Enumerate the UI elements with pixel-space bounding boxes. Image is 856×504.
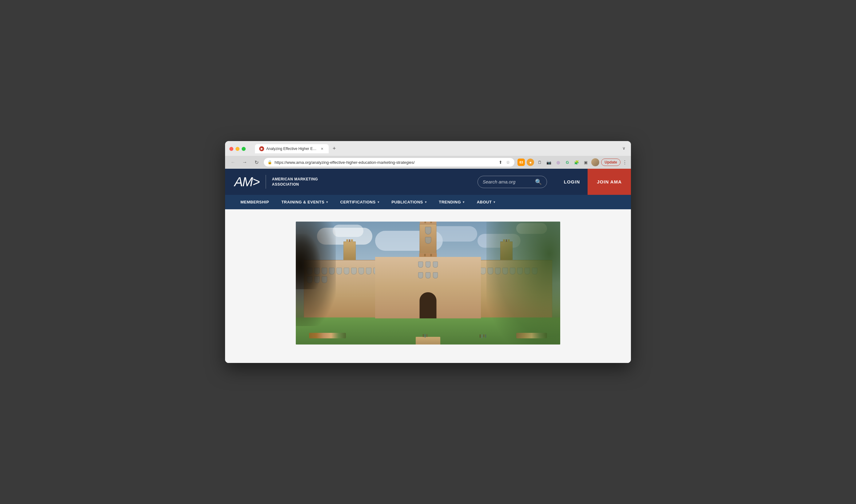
- arch-entrance: [420, 292, 436, 318]
- ama-logo-link[interactable]: AM> AMERICAN MARKETING ASSOCIATION: [234, 175, 318, 189]
- extension-6[interactable]: G: [564, 159, 571, 166]
- extension-3[interactable]: 🗒: [536, 159, 543, 166]
- logo-section: AM> AMERICAN MARKETING ASSOCIATION: [225, 169, 478, 195]
- browser-menu-button[interactable]: ⋮: [622, 160, 627, 165]
- traffic-lights: [229, 147, 246, 151]
- nav-item-membership[interactable]: MEMBERSHIP: [234, 195, 275, 209]
- hero-image: [296, 221, 560, 344]
- logo-divider: [266, 175, 266, 189]
- main-content: [225, 209, 631, 363]
- close-window-button[interactable]: [229, 147, 233, 151]
- nav-item-certifications[interactable]: CERTIFICATIONS ▾: [334, 195, 386, 209]
- title-bar: ▶ Analyzing Effective Higher Edu... ✕ + …: [225, 141, 631, 156]
- join-ama-button[interactable]: JOIN AMA: [588, 169, 631, 195]
- active-tab[interactable]: ▶ Analyzing Effective Higher Edu... ✕: [255, 144, 329, 154]
- search-icon[interactable]: 🔍: [535, 179, 542, 185]
- url-field[interactable]: 🔒 https://www.ama.org/analyzing-effectiv…: [264, 158, 514, 166]
- browser-window: ▶ Analyzing Effective Higher Edu... ✕ + …: [225, 141, 631, 363]
- address-icons: ⬆ ☆: [498, 160, 511, 165]
- tab-expander-button[interactable]: ∨: [621, 144, 627, 152]
- new-tab-button[interactable]: +: [330, 144, 339, 153]
- extension-1[interactable]: 83: [517, 159, 525, 166]
- share-icon[interactable]: ⬆: [498, 160, 503, 165]
- cloud-2: [333, 224, 363, 237]
- back-button[interactable]: ←: [229, 158, 237, 166]
- maximize-window-button[interactable]: [242, 147, 246, 151]
- chevron-down-icon: ▾: [494, 200, 495, 204]
- center-section: [375, 257, 481, 318]
- minimize-window-button[interactable]: [235, 147, 239, 151]
- chevron-down-icon: ▾: [425, 200, 427, 204]
- extension-2[interactable]: ●: [527, 159, 534, 166]
- chevron-down-icon: ▾: [326, 200, 328, 204]
- left-side-tower: [343, 241, 356, 260]
- nav-item-trending[interactable]: TRENDING ▾: [433, 195, 470, 209]
- lock-icon: 🔒: [268, 160, 272, 164]
- website-content: AM> AMERICAN MARKETING ASSOCIATION 🔍 LOG…: [225, 169, 631, 363]
- nav-item-publications[interactable]: PUBLICATIONS ▾: [385, 195, 433, 209]
- search-input[interactable]: [483, 179, 532, 184]
- tab-favicon: ▶: [259, 146, 264, 151]
- ama-header: AM> AMERICAN MARKETING ASSOCIATION 🔍 LOG…: [225, 169, 631, 195]
- nav-item-about[interactable]: ABOUT ▾: [471, 195, 501, 209]
- nav-item-training-events[interactable]: TRAINING & EVENTS ▾: [275, 195, 334, 209]
- extension-7[interactable]: 🧩: [573, 159, 580, 166]
- tabs-row: ▶ Analyzing Effective Higher Edu... ✕ +: [255, 144, 339, 154]
- profile-button[interactable]: [591, 158, 599, 166]
- tab-title: Analyzing Effective Higher Edu...: [266, 147, 318, 151]
- update-button[interactable]: Update: [601, 159, 621, 166]
- reload-button[interactable]: ↻: [252, 158, 261, 166]
- building-scene: [296, 221, 560, 344]
- extensions-area: 83 ● 🗒 📷 ◎ G 🧩 ▣ Update ⋮: [517, 158, 627, 166]
- address-bar: ← → ↻ 🔒 https://www.ama.org/analyzing-ef…: [225, 156, 631, 169]
- tab-close-button[interactable]: ✕: [320, 147, 324, 151]
- main-tower: [420, 221, 437, 257]
- grass: [296, 318, 560, 344]
- right-side-tower: [500, 241, 513, 260]
- chevron-down-icon: ▾: [378, 200, 379, 204]
- forward-button[interactable]: →: [240, 158, 249, 166]
- hero-image-container: [290, 221, 566, 344]
- search-box[interactable]: 🔍: [478, 176, 547, 188]
- chevron-down-icon: ▾: [463, 200, 465, 204]
- main-navigation: MEMBERSHIP TRAINING & EVENTS ▾ CERTIFICA…: [225, 195, 631, 209]
- bookmark-icon[interactable]: ☆: [505, 160, 511, 165]
- cloud-5: [478, 234, 520, 248]
- extension-4[interactable]: 📷: [545, 159, 553, 166]
- ama-logo-icon: AM>: [234, 176, 260, 188]
- extension-5[interactable]: ◎: [554, 159, 562, 166]
- ama-logo-text: AMERICAN MARKETING ASSOCIATION: [272, 177, 318, 187]
- login-button[interactable]: LOGIN: [556, 179, 588, 184]
- header-right: 🔍 LOGIN JOIN AMA: [478, 169, 631, 195]
- extension-8[interactable]: ▣: [582, 159, 589, 166]
- url-text: https://www.ama.org/analyzing-effective-…: [274, 160, 495, 165]
- cloud-6: [516, 223, 547, 234]
